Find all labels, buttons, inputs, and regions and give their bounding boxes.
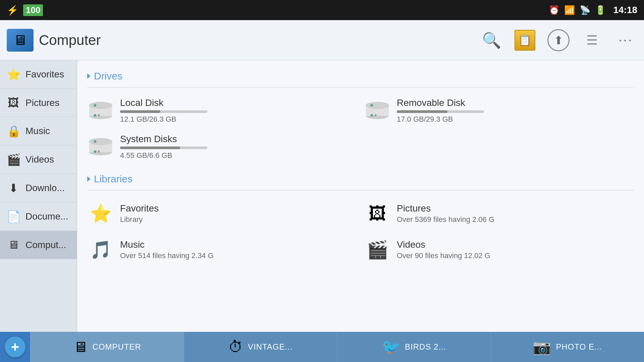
drive-name-removable-disk: Removable Disk — [397, 98, 634, 108]
taskbar-label-birds: BIRDS 2... — [405, 342, 446, 352]
drives-header: Drives — [87, 70, 634, 82]
status-right: ⏰ 📶 📡 🔋 14:18 — [549, 5, 637, 15]
libraries-header: Libraries — [87, 173, 634, 185]
libraries-divider — [87, 190, 634, 190]
taskbar-item-computer[interactable]: 🖥 COMPUTER — [30, 332, 184, 362]
drive-size-system-disks: 4.55 GB/6.6 GB — [120, 151, 357, 160]
svg-point-5 — [98, 114, 100, 116]
sidebar-icon-videos: 🎬 — [7, 153, 20, 166]
svg-point-18 — [94, 150, 96, 153]
drive-item-local-disk[interactable]: Local Disk 12.1 GB/26.3 GB — [87, 94, 357, 127]
drive-item-removable-disk[interactable]: Removable Disk 17.0 GB/29.3 GB — [364, 94, 634, 127]
svg-point-4 — [94, 114, 96, 117]
libraries-section: Libraries ⭐ Favorites Library 🖼 Pictures… — [87, 173, 634, 266]
sidebar-label-documents: Docume... — [25, 211, 68, 222]
up-icon: ⬆ — [547, 29, 570, 51]
sidebar-label-videos: Videos — [25, 154, 54, 165]
taskbar-icon-computer: 🖥 — [73, 339, 88, 355]
more-button[interactable]: ⋮ — [614, 28, 637, 52]
sidebar-label-computer: Comput... — [25, 240, 66, 250]
lib-item-favorites[interactable]: ⭐ Favorites Library — [87, 197, 357, 230]
lib-item-pictures[interactable]: 🖼 Pictures Over 5369 files having 2.06 G — [364, 197, 634, 230]
lib-sub-music: Over 514 files having 2.34 G — [120, 251, 214, 260]
drives-label: Drives — [94, 70, 122, 82]
drive-icon-removable-disk — [364, 101, 391, 121]
battery-label-icon: 100 — [23, 4, 43, 16]
list-view-icon: ☰ — [586, 33, 598, 48]
sidebar-item-music[interactable]: 🔒 Music — [0, 117, 77, 145]
lib-name-favorites: Favorites — [120, 203, 159, 214]
taskbar-icon-photo-editor: 📷 — [533, 338, 551, 356]
drive-info-removable-disk: Removable Disk 17.0 GB/29.3 GB — [397, 98, 634, 124]
add-app-button[interactable]: + — [0, 332, 30, 362]
lib-icon-pictures: 🖼 — [364, 202, 391, 225]
disk-svg-system-disks — [89, 138, 113, 156]
taskbar-label-photo-editor: PHOTO E... — [556, 342, 602, 352]
drives-arrow-icon — [87, 73, 91, 79]
lib-sub-favorites: Library — [120, 215, 159, 224]
svg-point-13 — [370, 104, 373, 107]
drive-bar-fill-removable-disk — [397, 110, 447, 113]
drives-section: Drives Local Disk 12.1 GB/26.3 GB — [87, 70, 634, 163]
taskbar-icon-birds: 🐦 — [382, 338, 400, 356]
svg-point-12 — [374, 114, 376, 116]
lib-info-favorites: Favorites Library — [120, 203, 159, 224]
drive-icon-system-disks — [87, 137, 114, 157]
lib-item-videos[interactable]: 🎬 Videos Over 90 files having 12.02 G — [364, 233, 634, 266]
sidebar-item-favorites[interactable]: ⭐ Favorites — [0, 60, 77, 89]
libraries-grid: ⭐ Favorites Library 🖼 Pictures Over 5369… — [87, 197, 634, 266]
taskbar-item-vintage[interactable]: ⏱ VINTAGE... — [184, 332, 337, 362]
drive-info-local-disk: Local Disk 12.1 GB/26.3 GB — [120, 98, 357, 124]
lib-info-music: Music Over 514 files having 2.34 G — [120, 239, 214, 260]
taskbar-label-vintage: VINTAGE... — [248, 342, 293, 352]
clipboard-button[interactable]: 📋 — [513, 28, 537, 52]
sidebar-item-computer[interactable]: 🖥 Comput... — [0, 231, 77, 259]
status-time: 14:18 — [613, 5, 637, 15]
taskbar-item-birds[interactable]: 🐦 BIRDS 2... — [337, 332, 491, 362]
svg-point-11 — [370, 114, 373, 117]
sidebar-icon-downloads: ⬇ — [7, 181, 20, 195]
add-icon: + — [5, 337, 25, 357]
sidebar-label-pictures: Pictures — [25, 98, 59, 108]
status-bar: ⚡ 100 ⏰ 📶 📡 🔋 14:18 — [0, 0, 644, 20]
up-button[interactable]: ⬆ — [547, 28, 570, 52]
header: Computer 🔍 📋 ⬆ ☰ ⋮ — [0, 20, 644, 60]
drive-bar-fill-system-disks — [120, 146, 180, 149]
sidebar-item-documents[interactable]: 📄 Docume... — [0, 202, 77, 231]
drive-item-system-disks[interactable]: System Disks 4.55 GB/6.6 GB — [87, 130, 357, 163]
drive-info-system-disks: System Disks 4.55 GB/6.6 GB — [120, 134, 357, 160]
drives-grid: Local Disk 12.1 GB/26.3 GB Removable Dis… — [87, 94, 634, 163]
drives-divider — [87, 87, 634, 87]
sidebar-icon-computer: 🖥 — [7, 238, 20, 251]
lib-icon-videos: 🎬 — [364, 238, 391, 261]
taskbar-label-computer: COMPUTER — [93, 342, 141, 352]
clipboard-icon: 📋 — [515, 30, 535, 51]
status-left: ⚡ 100 — [7, 4, 43, 16]
signal-icon: 📡 — [580, 5, 590, 15]
svg-point-19 — [98, 150, 100, 153]
taskbar-item-photo-editor[interactable]: 📷 PHOTO E... — [491, 332, 644, 362]
drive-size-removable-disk: 17.0 GB/29.3 GB — [397, 115, 634, 124]
sidebar: ⭐ Favorites 🖼 Pictures 🔒 Music 🎬 Videos … — [0, 60, 77, 332]
more-icon: ⋮ — [618, 34, 634, 47]
header-title: Computer — [39, 32, 101, 48]
lib-info-pictures: Pictures Over 5369 files having 2.06 G — [397, 203, 494, 224]
sidebar-item-downloads[interactable]: ⬇ Downlo... — [0, 174, 77, 202]
sidebar-item-pictures[interactable]: 🖼 Pictures — [0, 89, 77, 117]
view-toggle-button[interactable]: ☰ — [580, 28, 604, 52]
disk-svg-local-disk — [89, 102, 113, 120]
lib-item-music[interactable]: 🎵 Music Over 514 files having 2.34 G — [87, 233, 357, 266]
svg-point-20 — [94, 140, 96, 143]
sidebar-item-videos[interactable]: 🎬 Videos — [0, 145, 77, 174]
sidebar-icon-pictures: 🖼 — [7, 96, 20, 109]
content-area: Drives Local Disk 12.1 GB/26.3 GB — [77, 60, 644, 332]
sidebar-label-music: Music — [25, 126, 50, 136]
lib-icon-favorites: ⭐ — [87, 202, 114, 225]
lib-name-music: Music — [120, 239, 214, 250]
battery-icon: 🔋 — [595, 5, 606, 15]
drive-bar-bg-removable-disk — [397, 110, 484, 113]
search-button[interactable]: 🔍 — [480, 28, 503, 52]
lib-icon-music: 🎵 — [87, 238, 114, 261]
drive-size-local-disk: 12.1 GB/26.3 GB — [120, 115, 357, 124]
drive-bar-bg-system-disks — [120, 146, 207, 149]
